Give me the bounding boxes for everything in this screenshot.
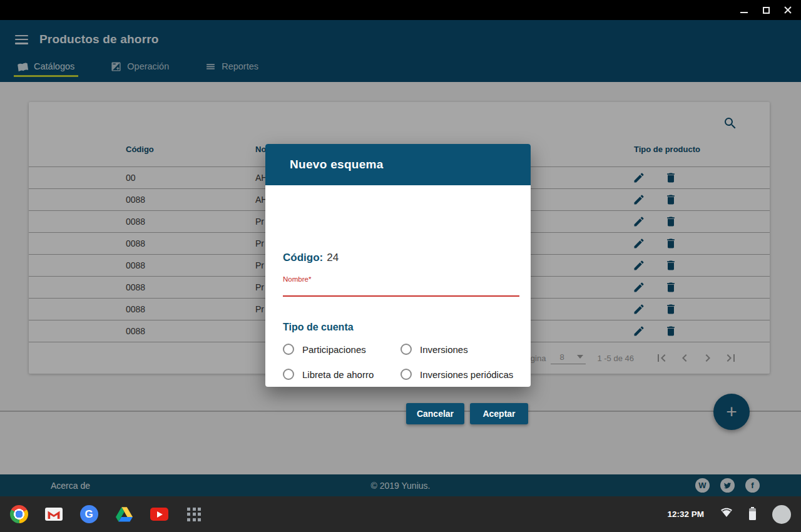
- cancel-button[interactable]: Cancelar: [406, 403, 464, 424]
- account-circle-icon[interactable]: [772, 505, 791, 524]
- screen: Productos de ahorro Catálogos Operación …: [0, 0, 801, 532]
- close-button[interactable]: [783, 6, 792, 14]
- radio-icon: [283, 344, 294, 355]
- radio-icon: [400, 369, 412, 380]
- battery-icon: [749, 508, 756, 520]
- radio-inversiones-periodicas[interactable]: Inversiones periódicas: [400, 369, 518, 380]
- web-page: Productos de ahorro Catálogos Operación …: [0, 20, 801, 496]
- close-icon: [784, 6, 792, 14]
- tipo-de-cuenta-heading: Tipo de cuenta: [283, 322, 354, 333]
- minimize-button[interactable]: [740, 6, 748, 14]
- accept-button[interactable]: Aceptar: [470, 403, 528, 424]
- radio-icon: [283, 369, 294, 380]
- wifi-icon: [720, 508, 733, 521]
- nuevo-esquema-dialog: Nuevo esquema Código:24 Nombre* Tipo de …: [265, 144, 531, 387]
- maximize-button[interactable]: [762, 6, 770, 14]
- chrome-icon[interactable]: [9, 505, 28, 524]
- drive-icon[interactable]: [115, 505, 133, 524]
- launcher-grid-icon[interactable]: [185, 505, 203, 524]
- google-icon[interactable]: G: [79, 505, 98, 524]
- nombre-input[interactable]: [283, 280, 519, 297]
- radio-libreta-de-ahorro[interactable]: Libreta de ahorro: [283, 369, 400, 380]
- codigo-value: 24: [327, 252, 339, 263]
- minimize-icon: [740, 12, 748, 13]
- radio-icon: [400, 344, 412, 355]
- clock: 12:32 PM: [667, 509, 704, 519]
- radio-participaciones[interactable]: Participaciones: [283, 344, 400, 355]
- codigo-label: Código:: [283, 252, 323, 263]
- maximize-icon: [763, 7, 770, 14]
- taskbar-shelf: G 12:32 PM: [0, 496, 801, 532]
- radio-inversiones[interactable]: Inversiones: [400, 344, 518, 355]
- dialog-header: Nuevo esquema: [265, 144, 531, 185]
- gmail-icon[interactable]: [44, 505, 63, 524]
- status-area[interactable]: 12:32 PM: [667, 496, 791, 532]
- youtube-icon[interactable]: [150, 505, 168, 524]
- window-titlebar: [0, 0, 801, 20]
- dialog-title: Nuevo esquema: [290, 158, 384, 171]
